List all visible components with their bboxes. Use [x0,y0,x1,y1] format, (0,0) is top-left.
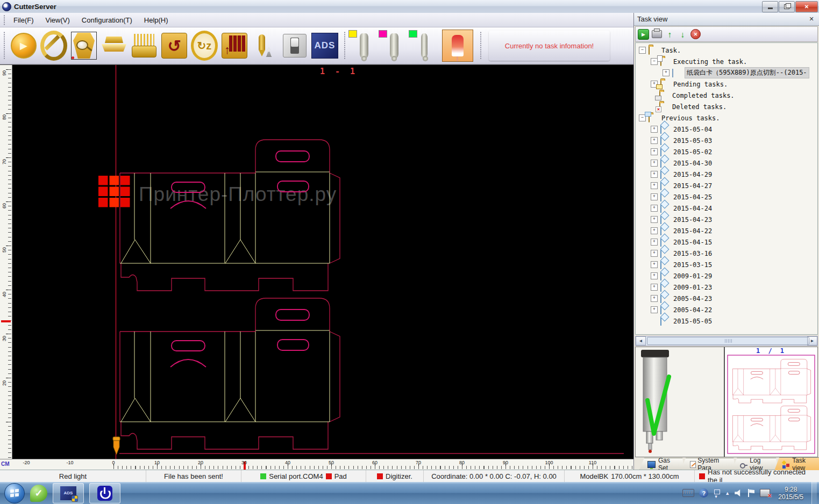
help-icon[interactable]: ? [699,488,708,498]
switch-button[interactable] [281,31,308,60]
tray-expand-icon[interactable]: ▲ [725,491,730,496]
volume-icon[interactable] [735,489,743,496]
tree-node-pending[interactable]: + Pending tasks. [636,78,817,90]
cutterserver-app-icon [97,486,112,501]
expand-icon[interactable]: + [651,239,658,246]
expand-icon[interactable]: + [651,295,658,302]
collapse-icon[interactable]: − [639,47,646,54]
envelope-icon [660,193,661,201]
expand-icon[interactable]: + [651,250,658,257]
coreldraw-icon[interactable]: ✓ [30,485,47,502]
taskbar-ads-app[interactable]: ADS [53,483,84,503]
green-chip-icon [409,30,417,38]
close-button[interactable]: ✕ [795,1,818,12]
language-icon[interactable] [713,489,720,497]
run-button[interactable]: ▶ [10,31,37,60]
expand-icon[interactable]: + [651,272,658,279]
minimize-button[interactable] [762,1,778,12]
menu-bar: File(F) View(V) Configuration(T) Help(H) [0,13,633,27]
taskbar-cutterserver-app[interactable] [89,483,120,503]
expand-icon[interactable]: + [651,227,658,234]
rotate-icon: ↺ [161,33,187,59]
expand-icon[interactable]: + [663,69,670,76]
expand-icon[interactable]: + [651,171,658,178]
comb-icon [132,34,156,57]
tab-gas-set[interactable]: Gas Set [639,458,684,470]
expand-icon[interactable]: + [651,182,658,189]
tool-green-button[interactable] [411,31,438,60]
envelope-icon [660,170,661,179]
stop-button[interactable] [40,31,67,60]
expand-icon[interactable]: + [651,126,658,133]
tool-magenta-button[interactable] [381,31,408,60]
menu-help[interactable]: Help(H) [139,15,174,26]
yellow-chip-icon [348,30,357,38]
ruler-unit-label: CM [1,461,10,467]
menu-configuration[interactable]: Configuration(T) [76,15,138,26]
expand-icon[interactable]: + [651,193,658,200]
tab-task-view[interactable]: Task view [774,457,819,470]
preview-page-label: 1 / 1 [756,347,786,355]
action-center-icon[interactable] [748,489,755,497]
tree-node-current-task[interactable]: + 纸袋白卡（595X889)原点切割--(2015- [636,67,817,78]
clock[interactable]: 9:28 2015/5/5 [775,486,807,501]
expand-icon[interactable]: + [651,137,658,144]
task-print-button[interactable] [652,30,662,39]
ads-button[interactable]: ADS [311,31,338,60]
keyboard-icon[interactable] [682,489,694,497]
tree-node-executing[interactable]: − Executing the task. [636,56,817,67]
tree-horizontal-scrollbar[interactable]: ◄ ► [635,336,818,346]
expand-icon[interactable]: + [651,160,658,167]
menu-view[interactable]: View(V) [40,15,75,26]
expand-icon[interactable]: + [651,261,658,268]
ruler-tick-label: 80 [2,112,7,120]
task-view-panel: Task view ✕ ▶ ↑ ↓ ✕ − Task. − Exe [633,13,819,470]
scroll-thumb[interactable] [647,337,809,345]
task-delete-button[interactable]: ✕ [690,30,701,39]
zoom-button[interactable] [70,31,97,60]
folder-deleted-icon [659,103,660,111]
folder-previous-icon [649,114,650,123]
restore-button[interactable] [779,1,795,12]
platform-button[interactable] [101,31,127,60]
drawing-canvas[interactable]: Принтер-Плоттер.ру 1 - 1 [12,65,633,459]
ruler-tick-label: -20 [23,460,30,465]
envelope-icon [660,261,661,269]
vertical-ruler: 90 80 70 60 50 40 30 20 [0,65,12,459]
show-desktop-button[interactable] [811,482,817,504]
envelope-icon [660,182,661,190]
task-move-up-button[interactable]: ↑ [665,30,675,39]
pen-setup-button[interactable] [251,31,278,60]
grid-move-button[interactable]: ↑ [221,31,248,60]
tree-node-task-root[interactable]: − Task. [636,45,817,56]
expand-icon[interactable]: + [651,284,658,291]
expand-icon[interactable]: + [651,205,658,212]
tree-node-deleted[interactable]: Deleted tasks. [636,101,817,112]
start-button[interactable] [4,483,25,503]
scroll-track[interactable] [646,336,807,345]
digitizer-status-icon [377,473,383,479]
brush-button[interactable] [131,31,158,60]
bag-dieline-top [120,140,340,291]
expand-icon[interactable]: + [651,306,658,313]
task-move-down-button[interactable]: ↓ [678,30,688,39]
active-pen-tool-button[interactable] [441,31,474,60]
menu-file[interactable]: File(F) [8,15,39,26]
task-run-button[interactable]: ▶ [638,29,649,40]
panel-close-icon[interactable]: ✕ [807,15,816,24]
expand-icon[interactable]: + [651,216,658,223]
ruler-tick-label: 30 [241,460,247,465]
network-disconnected-icon[interactable] [760,489,770,497]
task-view-toolbar: ▶ ↑ ↓ ✕ [635,26,818,42]
tree-node-completed[interactable]: Completed tasks. [636,90,817,101]
ruler-tick-label: 70 [416,460,421,465]
scroll-left-icon[interactable]: ◄ [636,336,646,345]
ruler-tick-label: 20 [198,460,203,465]
expand-icon[interactable]: + [651,148,658,155]
envelope-icon [660,227,661,235]
rotate-button[interactable]: ↺ [161,31,188,60]
tool-preview-panel [636,347,725,457]
rotate-z-button[interactable]: ↻z [191,31,218,60]
tool-yellow-button[interactable] [351,31,378,60]
tree-node-date[interactable]: + 2015-05-05 [636,315,817,327]
